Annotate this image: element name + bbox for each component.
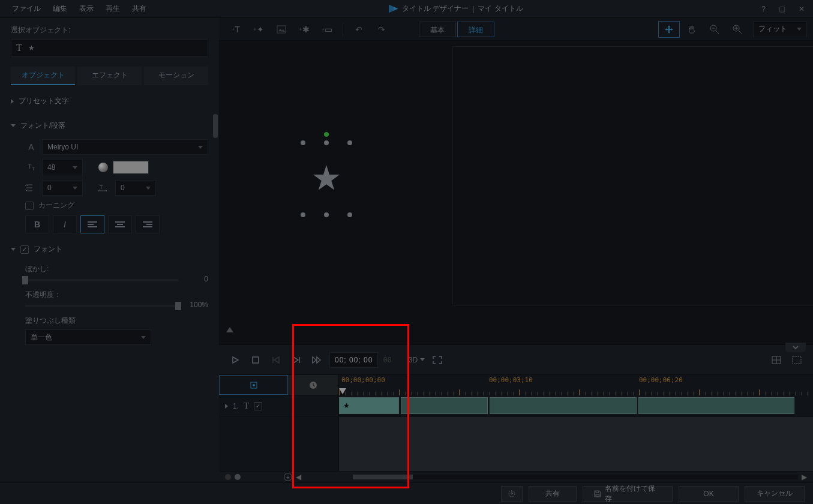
font-section-checkbox[interactable]: ✓ — [20, 245, 29, 254]
scroll-right-arrow[interactable]: ▶ — [802, 473, 807, 481]
section-font[interactable]: ✓ フォント — [11, 241, 208, 258]
menu-view[interactable]: 表示 — [73, 1, 100, 16]
add-text-button[interactable]: +T — [225, 21, 247, 38]
close-icon[interactable]: ✕ — [796, 5, 807, 13]
share-button[interactable]: 共有 — [529, 486, 577, 502]
fill-type-dropdown[interactable]: 単一色 — [25, 329, 151, 345]
kerning-checkbox[interactable] — [25, 202, 34, 210]
zoom-add-button[interactable]: + — [284, 473, 292, 481]
zoom-out-button[interactable] — [704, 21, 725, 38]
resize-handle-sw[interactable] — [301, 212, 305, 217]
undo-button[interactable]: ↶ — [348, 21, 370, 38]
menu-file[interactable]: ファイル — [6, 1, 47, 16]
line-spacing-dropdown[interactable]: 0 — [42, 180, 83, 196]
menu-share[interactable]: 共有 — [126, 1, 152, 16]
align-left-button[interactable] — [80, 215, 104, 233]
timecode-field[interactable]: 00; 00; 00 — [329, 352, 378, 368]
snapshot-button[interactable] — [769, 352, 784, 368]
resize-handle-n[interactable] — [324, 140, 329, 145]
track-1-body[interactable]: ★ — [339, 395, 813, 416]
char-spacing-value: 0 — [121, 184, 125, 192]
safe-zone-button[interactable] — [789, 352, 805, 368]
clip-4[interactable] — [638, 397, 794, 414]
resize-handle-nw[interactable] — [301, 140, 305, 145]
zoom-level-dot[interactable] — [235, 474, 241, 480]
align-center-button[interactable] — [108, 215, 132, 233]
font-size-value: 48 — [47, 163, 55, 172]
footer: 共有 名前を付けて保存 OK キャンセル — [0, 482, 813, 504]
resize-handle-se[interactable] — [347, 212, 352, 217]
scroll-left-arrow[interactable]: ◀ — [296, 473, 301, 481]
move-tool-button[interactable] — [658, 21, 680, 38]
font-size-dropdown[interactable]: 48 — [42, 160, 83, 175]
keyframe-toggle-button[interactable] — [219, 375, 288, 395]
color-mode-icon[interactable] — [98, 163, 108, 172]
zoom-in-button[interactable] — [727, 21, 748, 38]
tab-effect[interactable]: エフェクト — [77, 67, 142, 85]
tab-object[interactable]: オブジェクト — [11, 67, 75, 85]
fast-forward-button[interactable] — [309, 352, 325, 368]
preset-text-label: プリセット文字 — [19, 96, 69, 106]
star-object[interactable] — [313, 165, 340, 193]
add-effect-button[interactable]: +✱ — [293, 21, 315, 38]
section-preset-text[interactable]: プリセット文字 — [11, 92, 208, 110]
track-1-visible-checkbox[interactable]: ✓ — [254, 402, 262, 410]
italic-button[interactable]: I — [53, 215, 77, 233]
rotate-handle[interactable] — [324, 132, 329, 137]
collapse-timeline-button[interactable] — [785, 343, 806, 352]
maximize-icon[interactable]: ▢ — [776, 5, 788, 13]
resize-handle-ne[interactable] — [347, 140, 352, 145]
download-button[interactable] — [501, 486, 523, 502]
redo-button[interactable]: ↷ — [371, 21, 392, 38]
zoom-out-dot[interactable] — [225, 474, 231, 480]
bold-button[interactable]: B — [25, 215, 49, 233]
font-family-dropdown[interactable]: Meiryo UI — [42, 139, 208, 155]
zoom-fit-dropdown[interactable]: フィット — [753, 22, 807, 37]
opacity-slider[interactable] — [25, 305, 178, 307]
ruler-clock-button[interactable] — [288, 375, 339, 395]
play-button[interactable] — [227, 352, 243, 368]
menu-play[interactable]: 再生 — [100, 1, 126, 16]
3d-toggle[interactable]: 3D — [409, 352, 425, 368]
ruler-label-2: 00;00;06;20 — [639, 376, 683, 384]
stop-button[interactable] — [248, 352, 263, 368]
timecode-value: 00; 00; 00 — [335, 356, 373, 364]
clip-1-label: ★ — [343, 401, 350, 410]
menu-edit[interactable]: 編集 — [47, 1, 73, 16]
blur-slider[interactable] — [25, 279, 178, 281]
section-font-paragraph[interactable]: フォント/段落 — [11, 117, 208, 134]
help-icon[interactable]: ? — [759, 5, 768, 13]
char-spacing-dropdown[interactable]: 0 — [115, 180, 156, 196]
selected-object-field[interactable]: T ★ — [11, 39, 208, 57]
prev-frame-button[interactable] — [268, 352, 284, 368]
selection-box[interactable] — [303, 143, 350, 215]
tab-motion[interactable]: モーション — [144, 67, 208, 85]
align-right-button[interactable] — [136, 215, 160, 233]
advanced-mode-button[interactable]: 詳細 — [457, 22, 494, 37]
cancel-button[interactable]: キャンセル — [745, 486, 805, 502]
timeline-hscroll-thumb[interactable] — [353, 475, 413, 479]
font-color-swatch[interactable] — [113, 161, 149, 174]
pan-tool-button[interactable] — [681, 21, 703, 38]
clip-2[interactable] — [401, 397, 488, 414]
timeline-hscrollbar[interactable] — [353, 475, 798, 479]
playback-bar: 00; 00; 00 00 3D — [219, 344, 813, 374]
sidebar-scrollbar[interactable] — [213, 114, 218, 138]
canvas-stage[interactable] — [219, 41, 813, 344]
add-image-button[interactable] — [271, 21, 292, 38]
fullscreen-button[interactable] — [430, 352, 445, 368]
save-as-button[interactable]: 名前を付けて保存 — [583, 486, 673, 502]
ok-button[interactable]: OK — [679, 486, 739, 502]
svg-rect-4 — [253, 357, 259, 363]
next-frame-button[interactable] — [289, 352, 304, 368]
basic-mode-button[interactable]: 基本 — [419, 22, 456, 37]
timeline-empty-area[interactable] — [339, 417, 813, 471]
track-1-number: 1. — [233, 402, 239, 410]
add-particle-button[interactable]: +✦ — [248, 21, 269, 38]
track-1-header[interactable]: 1. T ✓ — [219, 395, 339, 416]
add-bg-button[interactable]: +▭ — [316, 21, 338, 38]
clip-1[interactable]: ★ — [339, 397, 399, 414]
timeline-ruler[interactable]: 00;00;00;00 00;00;03;10 00;00;06;20 — [339, 375, 813, 395]
clip-3[interactable] — [490, 397, 637, 414]
resize-handle-s[interactable] — [324, 212, 329, 217]
